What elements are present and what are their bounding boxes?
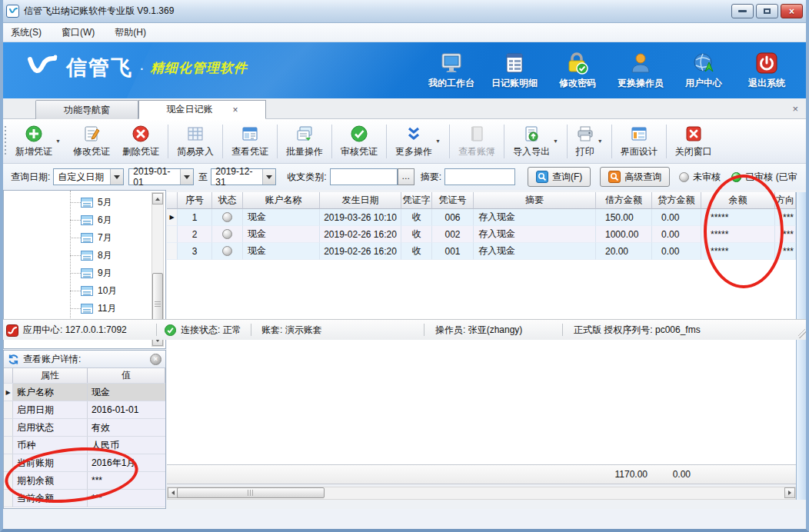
ui-design-icon: [630, 125, 648, 143]
row-marker-icon: ▶: [4, 384, 13, 401]
refresh-icon[interactable]: [8, 354, 19, 365]
filter-bar: 查询日期: 自定义日期 2019-01-01 至 2019-12-31 收支类别…: [0, 164, 809, 190]
details-close-icon[interactable]: ×: [150, 354, 161, 365]
view-ledger-button: 查看账簿: [453, 122, 501, 161]
tree-item-month-10[interactable]: 10月: [70, 284, 117, 298]
toolbar-separator: [386, 125, 387, 158]
query-button[interactable]: 查询(F): [528, 167, 591, 187]
audit-check-icon: [350, 125, 368, 143]
details-header: 查看账户详情: ×: [4, 351, 165, 368]
app-logo-icon: [6, 324, 18, 337]
app-window: 信管飞出纳记账软件专业版 V9.1.369 × 系统(S) 窗口(W) 帮助(H…: [0, 0, 809, 532]
exit-button[interactable]: 退出系统: [735, 47, 798, 90]
toolbar-separator: [168, 125, 168, 158]
resize-grip[interactable]: [798, 329, 807, 338]
tree-item-month-7[interactable]: 7月: [70, 231, 112, 244]
toolbar-grip: [5, 126, 6, 157]
details-row[interactable]: 启用日期 2016-01-01: [4, 401, 165, 419]
chevron-down-icon[interactable]: [262, 169, 275, 185]
dropdown-arrow-icon[interactable]: ▼: [435, 138, 441, 144]
dropdown-arrow-icon[interactable]: ▼: [55, 138, 61, 144]
date-to-select[interactable]: 2019-12-31: [211, 168, 276, 185]
minimize-button[interactable]: [731, 4, 754, 18]
menu-system[interactable]: 系统(S): [11, 26, 42, 39]
grid-vertical-scrollbar[interactable]: [796, 192, 806, 500]
tree-item-month-5[interactable]: 5月: [70, 195, 112, 209]
delete-icon: [132, 125, 150, 143]
toolbar-separator: [567, 125, 568, 158]
license-status: 正式版 授权序列号: pc006_fms: [574, 320, 701, 341]
dropdown-arrow-icon[interactable]: ▼: [553, 138, 558, 144]
tabstrip-close-icon[interactable]: ×: [792, 103, 798, 115]
delete-voucher-button[interactable]: 删除凭证: [117, 122, 165, 161]
import-export-button[interactable]: 导入导出 ▼: [508, 122, 564, 161]
brand-swoosh-icon: [26, 53, 58, 82]
tab-navigation[interactable]: 功能导航窗: [35, 100, 138, 119]
tree-item-month-8[interactable]: 8月: [70, 248, 112, 262]
dropdown-arrow-icon[interactable]: ▼: [598, 138, 603, 144]
tab-cash-journal[interactable]: 现金日记账 ×: [138, 100, 266, 119]
add-voucher-button[interactable]: 新增凭证 ▼: [10, 122, 66, 161]
edit-icon: [82, 125, 101, 143]
account-set-status: 账套: 演示账套: [261, 320, 322, 341]
legend-unaudited: 未审核: [679, 171, 721, 184]
close-window-button[interactable]: 关闭窗口: [670, 122, 717, 161]
scroll-right-icon[interactable]: [784, 487, 795, 498]
chevron-down-icon[interactable]: [180, 169, 193, 185]
toolbar-separator: [222, 125, 223, 158]
connection-ok-icon: [165, 324, 176, 336]
tree-item-month-11[interactable]: 11月: [70, 301, 116, 315]
journal-detail-button[interactable]: 日记账明细: [483, 47, 546, 90]
details-row[interactable]: ▶ 账户名称 现金: [4, 384, 165, 401]
close-button[interactable]: ×: [781, 4, 803, 18]
to-label: 至: [198, 171, 208, 184]
menu-window[interactable]: 窗口(W): [62, 26, 95, 39]
details-row[interactable]: 启用状态 有效: [4, 419, 165, 437]
print-button[interactable]: 打印 ▼: [571, 122, 608, 161]
menu-help[interactable]: 帮助(H): [115, 26, 146, 39]
brand-dot: ·: [139, 59, 145, 77]
tree-item-month-9[interactable]: 9月: [70, 266, 112, 280]
ledger-page-icon: [81, 268, 93, 278]
scrollbar-thumb[interactable]: [177, 487, 325, 498]
edit-voucher-button[interactable]: 修改凭证: [68, 122, 115, 161]
import-export-icon: [522, 125, 541, 143]
audit-voucher-button[interactable]: 审核凭证: [335, 122, 383, 161]
scroll-up-icon[interactable]: [152, 193, 163, 204]
tab-strip: 功能导航窗 现金日记账 × ×: [0, 98, 809, 119]
toolbar-separator: [611, 125, 612, 158]
change-operator-button[interactable]: 更换操作员: [609, 47, 672, 90]
tab-close-icon[interactable]: ×: [232, 105, 238, 115]
change-password-button[interactable]: 修改密码: [546, 47, 609, 90]
restore-button[interactable]: [756, 4, 778, 18]
chevron-down-icon[interactable]: [110, 169, 123, 185]
statusbar-separator: [424, 324, 424, 336]
status-bar: 应用中心: 127.0.0.1:7092 连接状态: 正常 账套: 演示账套 操…: [0, 319, 809, 340]
grid-horizontal-scrollbar[interactable]: [167, 487, 796, 500]
date-from-select[interactable]: 2019-01-01: [128, 168, 194, 185]
ledger-page-icon: [81, 233, 93, 243]
batch-operation-button[interactable]: 批量操作: [281, 122, 328, 161]
app-center-status: 应用中心: 127.0.0.1:7092: [6, 320, 127, 341]
view-voucher-button[interactable]: 查看凭证: [226, 122, 274, 161]
annotation-ellipse-balance-column: [704, 175, 784, 288]
ui-design-button[interactable]: 界面设计: [615, 122, 663, 161]
grid-row[interactable]: 2 现金 2019-02-26 16:20 收 002 存入现金 1000.00…: [167, 226, 796, 243]
unaudited-status-icon: [679, 172, 689, 182]
tree-item-month-6[interactable]: 6月: [70, 213, 112, 227]
workbench-button[interactable]: 我的工作台: [420, 47, 483, 90]
easy-entry-button[interactable]: 简易录入: [171, 122, 219, 161]
grid-icon: [186, 125, 205, 143]
view-window-icon: [241, 125, 259, 143]
category-input[interactable]: [330, 168, 398, 185]
brand-name: 信管飞: [66, 54, 133, 81]
more-operations-button[interactable]: 更多操作 ▼: [390, 122, 446, 161]
user-center-button[interactable]: 用户中心: [672, 47, 735, 90]
grid-row[interactable]: ▶ 1 现金 2019-03-26 10:10 收 006 存入现金 150.0…: [167, 209, 796, 226]
summary-input[interactable]: [444, 168, 515, 185]
advanced-query-button[interactable]: 高级查询: [600, 167, 670, 187]
category-lookup-button[interactable]: …: [398, 168, 414, 185]
grid-row[interactable]: 3 现金 2019-02-26 16:20 收 001 存入现金 20.00 0…: [167, 243, 796, 260]
power-icon: [755, 52, 778, 75]
date-mode-select[interactable]: 自定义日期: [53, 168, 124, 185]
